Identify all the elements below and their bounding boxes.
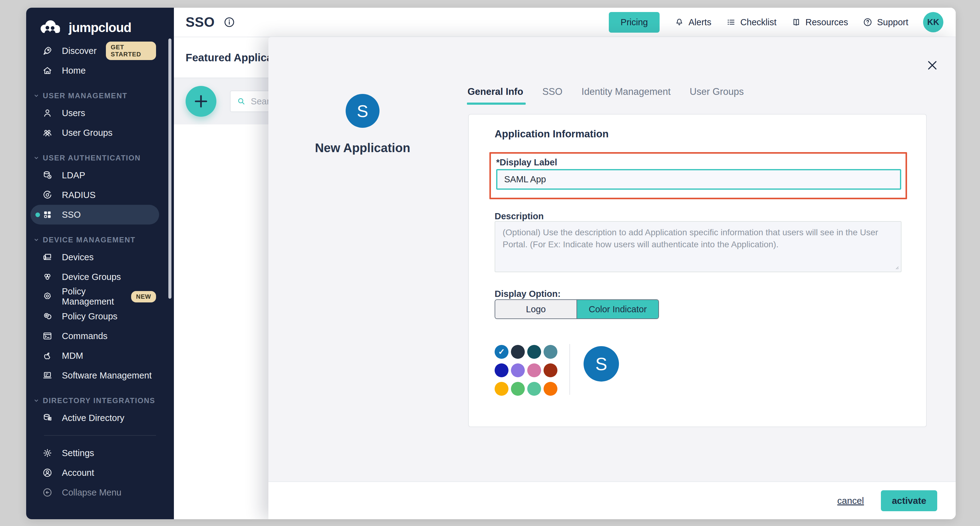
sidebar-item-label: Software Management xyxy=(62,370,152,381)
sidebar-item-label: Active Directory xyxy=(62,413,124,423)
sidebar-item-label: Device Groups xyxy=(62,272,121,282)
sidebar-item-label: Devices xyxy=(62,252,94,262)
section-directory-integrations[interactable]: DIRECTORY INTEGRATIONS xyxy=(33,396,174,405)
sidebar-item-discover[interactable]: Discover GET STARTED xyxy=(26,41,174,61)
logo-text: jumpcloud xyxy=(68,20,131,35)
section-user-management[interactable]: USER MANAGEMENT xyxy=(33,91,174,100)
sidebar-item-collapse-menu[interactable]: Collapse Menu xyxy=(26,483,174,502)
terminal-icon xyxy=(42,331,52,341)
tab-general-info[interactable]: General Info xyxy=(468,86,523,105)
sidebar-item-commands[interactable]: Commands xyxy=(26,326,174,346)
color-swatch[interactable] xyxy=(527,345,541,359)
chevron-down-icon xyxy=(33,93,39,99)
rocket-icon xyxy=(42,46,52,56)
new-badge: NEW xyxy=(131,291,156,303)
info-icon[interactable] xyxy=(223,16,235,28)
get-started-badge: GET STARTED xyxy=(106,41,156,60)
section-user-authentication[interactable]: USER AUTHENTICATION xyxy=(33,154,174,162)
tab-identity-management[interactable]: Identity Management xyxy=(581,86,671,105)
color-swatch[interactable] xyxy=(544,382,557,396)
section-device-management[interactable]: DEVICE MANAGEMENT xyxy=(33,236,174,244)
sidebar-item-label: Commands xyxy=(62,331,107,341)
radius-dial-icon xyxy=(42,190,52,200)
sidebar-item-ldap[interactable]: LDAP xyxy=(26,166,174,185)
alerts-button[interactable]: Alerts xyxy=(675,17,711,27)
color-preview-avatar: S xyxy=(584,346,619,382)
app-name: New Application xyxy=(268,141,457,155)
database-windows-icon xyxy=(42,413,52,423)
pricing-button[interactable]: Pricing xyxy=(609,12,660,33)
plus-icon xyxy=(193,93,209,109)
display-option-toggle: Logo Color Indicator xyxy=(495,299,659,319)
sidebar: jumpcloud Discover GET STARTED Home USER… xyxy=(26,8,174,519)
user-icon xyxy=(42,108,52,118)
logo-option-button[interactable]: Logo xyxy=(495,300,576,319)
color-swatch[interactable] xyxy=(527,363,541,377)
active-dot xyxy=(35,212,40,217)
color-swatch[interactable] xyxy=(511,345,525,359)
sidebar-item-radius[interactable]: RADIUS xyxy=(26,185,174,205)
checklist-label: Checklist xyxy=(740,17,776,27)
collapse-arrow-icon xyxy=(42,487,52,498)
user-avatar[interactable]: KK xyxy=(923,12,943,32)
policy-group-icon xyxy=(42,311,52,322)
sidebar-item-label: SSO xyxy=(62,210,81,220)
close-button[interactable] xyxy=(925,58,940,73)
alerts-label: Alerts xyxy=(689,17,711,27)
sidebar-item-user-groups[interactable]: User Groups xyxy=(26,123,174,143)
tab-sso[interactable]: SSO xyxy=(542,86,562,105)
sidebar-item-label: Settings xyxy=(62,448,94,458)
sidebar-item-home[interactable]: Home xyxy=(26,61,174,80)
sidebar-item-software-management[interactable]: Software Management xyxy=(26,365,174,385)
description-field-wrap xyxy=(495,221,902,272)
cancel-link[interactable]: cancel xyxy=(837,496,864,506)
color-indicator-option-button[interactable]: Color Indicator xyxy=(576,300,659,319)
sidebar-item-policy-management[interactable]: Policy Management NEW xyxy=(26,287,174,306)
activate-button[interactable]: activate xyxy=(881,490,937,511)
venn-circles-icon xyxy=(42,272,52,282)
display-label-input[interactable] xyxy=(496,169,901,190)
color-swatch[interactable] xyxy=(544,345,557,359)
account-circle-icon xyxy=(42,467,52,478)
sidebar-item-devices[interactable]: Devices xyxy=(26,247,174,267)
sidebar-item-account[interactable]: Account xyxy=(26,463,174,483)
app-grid-icon xyxy=(42,209,52,220)
color-swatch[interactable] xyxy=(511,363,525,377)
description-textarea[interactable] xyxy=(495,221,902,272)
support-button[interactable]: Support xyxy=(863,17,908,27)
policy-icon xyxy=(42,291,52,302)
sidebar-item-device-groups[interactable]: Device Groups xyxy=(26,267,174,287)
resources-button[interactable]: Resources xyxy=(791,17,848,27)
color-swatch[interactable] xyxy=(527,382,541,396)
topbar-actions: Pricing Alerts Checklist Resources Suppo… xyxy=(609,12,943,33)
sidebar-item-mdm[interactable]: MDM xyxy=(26,346,174,365)
sidebar-item-label: Policy Management xyxy=(62,286,122,307)
apple-icon xyxy=(42,351,52,361)
sidebar-item-sso[interactable]: SSO xyxy=(26,205,174,225)
jumpcloud-logo[interactable]: jumpcloud xyxy=(37,19,174,37)
color-swatch[interactable] xyxy=(495,382,509,396)
sidebar-item-label: Users xyxy=(62,108,85,118)
color-swatch[interactable] xyxy=(495,363,509,377)
sidebar-item-label: Home xyxy=(62,65,86,76)
swatch-preview-divider xyxy=(570,344,570,395)
sidebar-scrollbar-thumb[interactable] xyxy=(169,38,172,299)
add-application-button[interactable] xyxy=(186,86,216,117)
sidebar-item-label: User Groups xyxy=(62,128,112,138)
tab-user-groups[interactable]: User Groups xyxy=(690,86,744,105)
software-laptop-icon xyxy=(42,370,52,381)
checklist-button[interactable]: Checklist xyxy=(726,17,776,27)
sidebar-item-active-directory[interactable]: Active Directory xyxy=(26,408,174,428)
sidebar-item-policy-groups[interactable]: Policy Groups xyxy=(26,306,174,326)
checklist-icon xyxy=(726,17,736,27)
modal-footer: cancel activate xyxy=(268,481,956,519)
sidebar-item-users[interactable]: Users xyxy=(26,103,174,123)
color-swatch[interactable] xyxy=(544,363,557,377)
sidebar-item-settings[interactable]: Settings xyxy=(26,443,174,463)
new-application-modal: S New Application General Info SSO Ident… xyxy=(268,37,956,519)
color-swatch[interactable] xyxy=(511,382,525,396)
color-swatch[interactable]: ✓ xyxy=(495,345,509,359)
devices-icon xyxy=(42,252,52,262)
topbar: SSO Pricing Alerts Checklist Resources xyxy=(174,8,956,37)
sidebar-item-label: RADIUS xyxy=(62,190,96,200)
